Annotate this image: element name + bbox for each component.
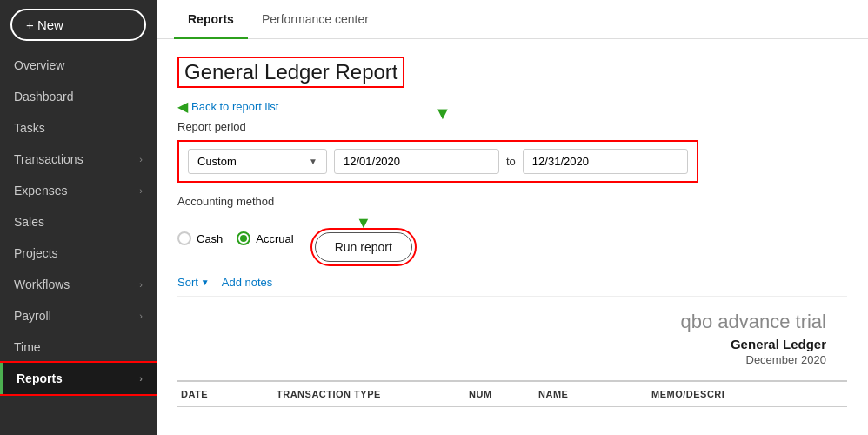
sort-caret-icon: ▼ — [201, 278, 210, 287]
date-from-input[interactable] — [334, 149, 499, 174]
method-row: Cash Accrual ▼ Run report — [177, 215, 847, 262]
sidebar-item-sales[interactable]: Sales — [0, 206, 157, 238]
th-transaction-type: TRANSACTION TYPE — [277, 389, 469, 399]
sidebar: + New Overview Dashboard Tasks Transacti… — [0, 0, 157, 435]
table-header: DATE TRANSACTION TYPE NUM NAME MEMO/DESC… — [177, 380, 847, 407]
sort-label: Sort — [177, 276, 198, 289]
chevron-right-icon: › — [139, 373, 143, 384]
to-label: to — [506, 155, 516, 168]
sidebar-item-tasks[interactable]: Tasks — [0, 112, 157, 144]
chevron-right-icon: › — [139, 185, 143, 196]
company-name: qbo advance trial — [177, 311, 826, 333]
sidebar-item-label: Tasks — [14, 121, 45, 135]
accounting-method-label: Accounting method — [177, 195, 847, 208]
back-link-text: Back to report list — [191, 100, 278, 113]
sidebar-item-label: Sales — [14, 215, 44, 229]
sidebar-item-label: Payroll — [14, 309, 51, 323]
main-content: Reports Performance center General Ledge… — [157, 0, 868, 435]
chevron-right-icon: › — [139, 311, 143, 321]
report-period-label: Report period — [177, 120, 847, 133]
back-to-report-list-link[interactable]: ◀ Back to report list — [177, 98, 847, 115]
report-date-preview: December 2020 — [177, 353, 826, 366]
sidebar-item-label: Time — [14, 340, 41, 354]
sidebar-item-payroll[interactable]: Payroll › — [0, 300, 157, 331]
period-selected-value: Custom — [197, 155, 237, 168]
sidebar-item-label: Projects — [14, 246, 58, 260]
report-preview-area: qbo advance trial General Ledger Decembe… — [177, 296, 847, 407]
th-num: NUM — [469, 389, 538, 399]
sidebar-item-label: Overview — [14, 58, 64, 72]
accrual-radio-circle — [237, 231, 250, 245]
new-button[interactable]: + New — [10, 9, 146, 41]
sidebar-nav: Overview Dashboard Tasks Transactions › … — [0, 50, 157, 435]
sort-button[interactable]: Sort ▼ — [177, 276, 210, 289]
sidebar-item-label: Expenses — [14, 184, 67, 197]
accounting-method-section: Accounting method Cash Accrual ▼ Run rep… — [177, 195, 847, 262]
report-title: General Ledger Report — [177, 57, 404, 88]
sidebar-item-label: Workflows — [14, 278, 70, 291]
sidebar-item-label: Reports — [17, 371, 63, 385]
sidebar-item-dashboard[interactable]: Dashboard — [0, 81, 157, 112]
sidebar-item-expenses[interactable]: Expenses › — [0, 175, 157, 206]
accrual-label: Accrual — [256, 232, 293, 245]
tab-performance-center[interactable]: Performance center — [248, 0, 383, 39]
cash-radio-option[interactable]: Cash — [177, 231, 223, 245]
sidebar-item-label: Transactions — [14, 152, 83, 166]
cash-label: Cash — [197, 232, 223, 245]
sidebar-item-workflows[interactable]: Workflows › — [0, 269, 157, 300]
report-period-row: Custom ▼ to — [177, 140, 698, 183]
back-arrow-icon: ◀ — [177, 98, 188, 115]
sidebar-item-reports[interactable]: Reports › — [0, 363, 157, 394]
tabs-bar: Reports Performance center — [157, 0, 868, 39]
th-date: DATE — [181, 389, 277, 399]
chevron-right-icon: › — [139, 279, 143, 290]
accrual-radio-option[interactable]: Accrual — [237, 231, 293, 245]
report-name-preview: General Ledger — [177, 337, 826, 351]
sidebar-item-label: Dashboard — [14, 90, 74, 104]
run-report-down-arrow-icon: ▼ — [356, 215, 371, 231]
th-name: NAME — [538, 389, 651, 399]
period-down-arrow-icon: ▼ — [434, 104, 451, 122]
sidebar-item-transactions[interactable]: Transactions › — [0, 144, 157, 175]
sidebar-item-time[interactable]: Time — [0, 331, 157, 363]
th-memo: MEMO/DESCRI — [651, 389, 844, 399]
chevron-right-icon: › — [139, 154, 143, 164]
controls-row: Sort ▼ Add notes — [177, 276, 847, 289]
report-header-preview: qbo advance trial General Ledger Decembe… — [177, 311, 847, 366]
period-dropdown[interactable]: Custom ▼ — [188, 149, 327, 174]
add-notes-button[interactable]: Add notes — [222, 276, 273, 289]
sidebar-item-overview[interactable]: Overview — [0, 50, 157, 81]
date-to-input[interactable] — [523, 149, 688, 174]
period-caret-icon: ▼ — [309, 157, 317, 166]
sidebar-item-projects[interactable]: Projects — [0, 238, 157, 269]
tab-reports[interactable]: Reports — [174, 0, 248, 39]
cash-radio-circle — [177, 231, 191, 245]
run-report-button[interactable]: Run report — [315, 232, 412, 262]
report-content: General Ledger Report ◀ Back to report l… — [157, 39, 868, 435]
